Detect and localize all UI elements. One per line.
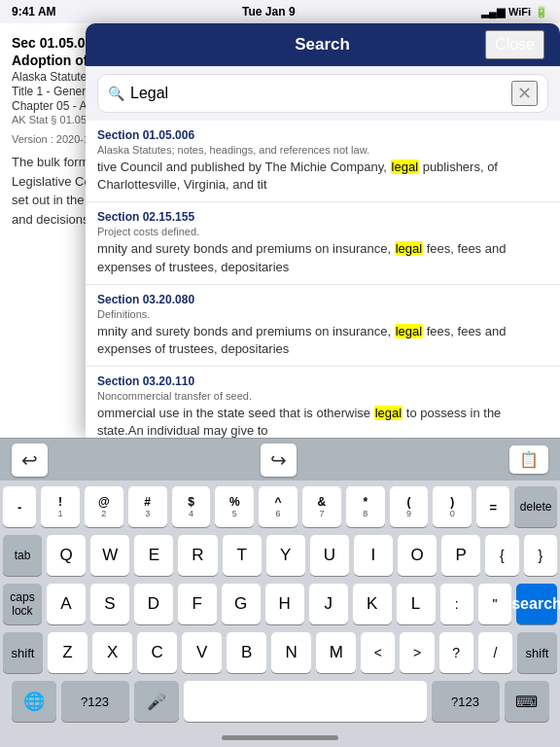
result-section: Section 03.20.110 — [97, 374, 548, 388]
key-plus[interactable]: = — [476, 486, 509, 527]
wifi-icon: WiFi — [508, 6, 531, 18]
result-item[interactable]: Section 03.20.080 Definitions. mnity and… — [86, 285, 560, 367]
search-icon: 🔍 — [108, 86, 124, 101]
result-section: Section 01.05.006 — [97, 128, 548, 142]
delete-key[interactable]: delete — [514, 486, 557, 527]
key-l[interactable]: L — [397, 584, 436, 624]
key-d[interactable]: D — [134, 584, 173, 624]
results-list[interactable]: Section 01.05.006 Alaska Statutes; notes… — [86, 121, 560, 438]
bottom-row: 🌐 ?123 🎤 ?123 ⌨ — [3, 681, 557, 722]
key-brace-open[interactable]: { — [485, 535, 518, 576]
key-t[interactable]: T — [223, 535, 262, 576]
key-j[interactable]: J — [309, 584, 348, 624]
key-gt[interactable]: > — [400, 632, 434, 673]
asdf-row: caps lock A S D F G H J K L : " search — [3, 584, 557, 624]
home-indicator — [222, 735, 338, 740]
key-lt[interactable]: < — [361, 632, 395, 673]
key-5[interactable]: %5 — [215, 486, 254, 527]
modal-title: Search — [159, 35, 485, 54]
zxcv-row: shift Z X C V B N M < > ? / shift — [3, 632, 557, 673]
space-key[interactable] — [184, 681, 427, 722]
result-text: tive Council and published by The Michie… — [97, 159, 548, 194]
key-w[interactable]: W — [90, 535, 129, 576]
status-bar: 9:41 AM Tue Jan 9 ▂▄▆ WiFi 🔋 — [0, 0, 560, 23]
key-123[interactable]: ?123 — [61, 681, 129, 722]
key-8[interactable]: *8 — [346, 486, 385, 527]
key-y[interactable]: Y — [266, 535, 305, 576]
search-modal: Search Close 🔍 ✕ Section 01.05.006 Alask… — [86, 23, 560, 438]
key-z[interactable]: Z — [48, 632, 88, 673]
key-h[interactable]: H — [265, 584, 304, 624]
undo-button[interactable]: ↩ — [12, 444, 48, 477]
search-input-area: 🔍 ✕ — [86, 66, 560, 121]
paste-button[interactable]: 📋 — [509, 445, 548, 474]
key-123-right[interactable]: ?123 — [432, 681, 500, 722]
key-quote[interactable]: " — [478, 584, 511, 624]
qwerty-row: tab Q W E R T Y U I O P { } — [3, 535, 557, 576]
key-i[interactable]: I — [354, 535, 393, 576]
caps-lock-key[interactable]: caps lock — [3, 584, 42, 624]
key-1[interactable]: !1 — [41, 486, 80, 527]
number-row: - !1 @2 #3 $4 %5 ^6 &7 *8 (9 )0 = delete — [3, 486, 557, 527]
key-colon[interactable]: : — [440, 584, 473, 624]
result-item[interactable]: Section 01.05.006 Alaska Statutes; notes… — [86, 121, 560, 202]
shift-right-key[interactable]: shift — [517, 632, 557, 673]
tab-key[interactable]: tab — [3, 535, 42, 576]
key-slash[interactable]: / — [478, 632, 512, 673]
key-question[interactable]: ? — [439, 632, 473, 673]
key-p[interactable]: P — [441, 535, 480, 576]
search-key[interactable]: search — [516, 584, 557, 624]
key-6[interactable]: ^6 — [259, 486, 298, 527]
key-2[interactable]: @2 — [85, 486, 123, 527]
key-brace-close[interactable]: } — [524, 535, 557, 576]
key-4[interactable]: $4 — [172, 486, 211, 527]
result-subsection: Definitions. — [97, 308, 548, 320]
key-v[interactable]: V — [182, 632, 222, 673]
bottom-bar — [0, 728, 560, 747]
battery-icon: 🔋 — [535, 6, 548, 18]
result-text: mnity and surety bonds and premiums on i… — [97, 240, 548, 275]
keyboard-body: - !1 @2 #3 $4 %5 ^6 &7 *8 (9 )0 = delete… — [0, 480, 560, 728]
status-icons: ▂▄▆ WiFi 🔋 — [481, 6, 548, 18]
key-minus[interactable]: - — [3, 486, 36, 527]
result-item[interactable]: Section 02.15.155 Project costs defined.… — [86, 202, 560, 284]
key-r[interactable]: R — [178, 535, 217, 576]
key-b[interactable]: B — [227, 632, 266, 673]
close-button[interactable]: Close — [485, 30, 544, 59]
result-subsection: Noncommercial transfer of seed. — [97, 390, 548, 402]
result-subsection: Project costs defined. — [97, 226, 548, 237]
status-time: 9:41 AM — [12, 5, 56, 18]
result-text: ommercial use in the state seed that is … — [97, 405, 548, 438]
search-input[interactable] — [130, 85, 511, 102]
key-g[interactable]: G — [222, 584, 261, 624]
key-a[interactable]: A — [47, 584, 86, 624]
key-0[interactable]: )0 — [433, 486, 472, 527]
key-u[interactable]: U — [310, 535, 349, 576]
result-item[interactable]: Section 03.20.110 Noncommercial transfer… — [86, 367, 560, 438]
key-x[interactable]: X — [92, 632, 132, 673]
redo-button[interactable]: ↪ — [261, 444, 297, 477]
key-n[interactable]: N — [271, 632, 311, 673]
key-f[interactable]: F — [178, 584, 217, 624]
key-c[interactable]: C — [137, 632, 177, 673]
key-9[interactable]: (9 — [390, 486, 429, 527]
key-k[interactable]: K — [353, 584, 392, 624]
mic-key[interactable]: 🎤 — [134, 681, 179, 722]
shift-left-key[interactable]: shift — [3, 632, 43, 673]
signal-icon: ▂▄▆ — [481, 6, 505, 18]
key-e[interactable]: E — [134, 535, 173, 576]
status-day: Tue Jan 9 — [242, 5, 295, 18]
key-3[interactable]: #3 — [128, 486, 167, 527]
result-section: Section 03.20.080 — [97, 293, 548, 306]
key-q[interactable]: Q — [47, 535, 86, 576]
key-m[interactable]: M — [316, 632, 356, 673]
result-subsection: Alaska Statutes; notes, headings, and re… — [97, 144, 548, 156]
keyboard-key[interactable]: ⌨ — [505, 681, 549, 722]
keyboard-toolbar: ↩ ↪ 📋 — [0, 438, 560, 480]
key-7[interactable]: &7 — [302, 486, 341, 527]
clear-button[interactable]: ✕ — [511, 81, 538, 106]
key-o[interactable]: O — [398, 535, 437, 576]
key-s[interactable]: S — [90, 584, 129, 624]
result-text: mnity and surety bonds and premiums on i… — [97, 323, 548, 358]
globe-key[interactable]: 🌐 — [12, 681, 56, 722]
